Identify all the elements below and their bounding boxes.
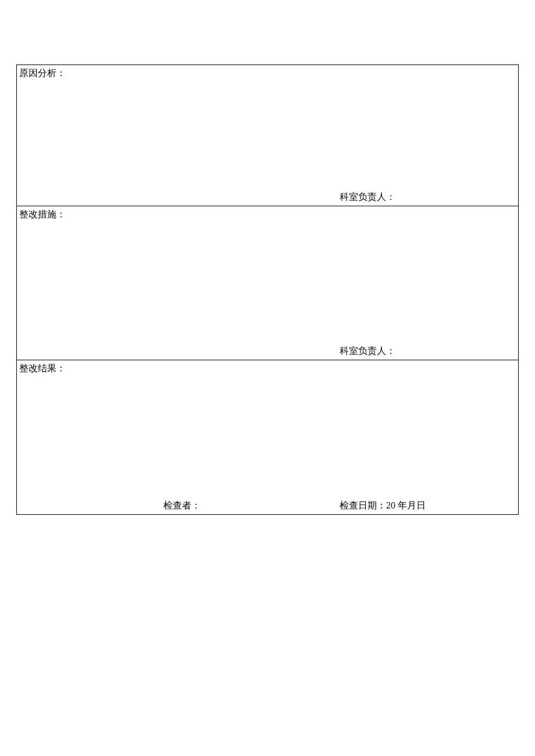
- inspection-date-label: 检查日期：20 年月日: [340, 500, 426, 512]
- form-row-corrective-results: 整改结果： 检查者： 检查日期：20 年月日: [17, 360, 518, 514]
- form-table: 原因分析： 科室负责人： 整改措施： 科室负责人： 整改结果： 检查者： 检查日…: [16, 65, 519, 515]
- signature-label-dept-head-1: 科室负责人：: [340, 191, 395, 203]
- signature-label-dept-head-2: 科室负责人：: [340, 345, 395, 357]
- row-label-corrective-results: 整改结果：: [19, 363, 66, 375]
- form-row-corrective-measures: 整改措施： 科室负责人：: [17, 206, 518, 360]
- row-label-corrective-measures: 整改措施：: [19, 209, 66, 221]
- row-label-cause-analysis: 原因分析：: [19, 67, 66, 80]
- inspector-label: 检查者：: [163, 500, 201, 512]
- form-row-cause-analysis: 原因分析： 科室负责人：: [17, 65, 518, 206]
